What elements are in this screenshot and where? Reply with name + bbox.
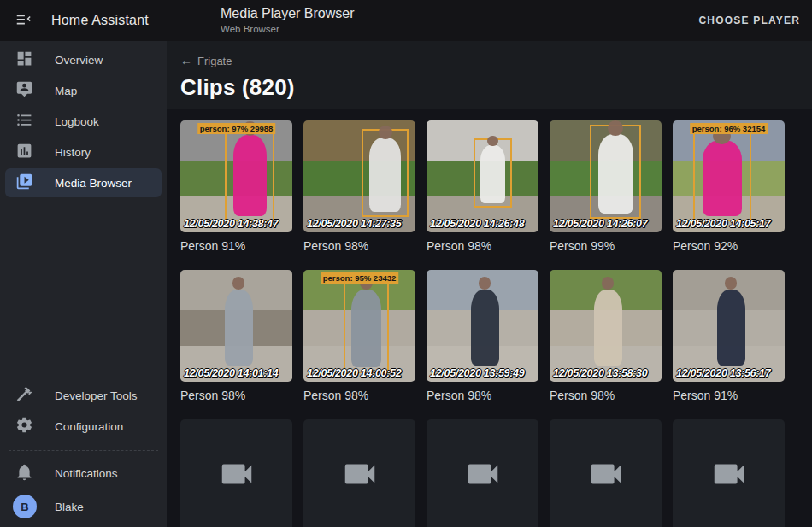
clip-label: Person 98% bbox=[303, 389, 415, 402]
sidebar-spacer bbox=[0, 198, 167, 380]
sidebar: Overview Map Logbook History Media Brows… bbox=[0, 41, 167, 527]
clip-item[interactable]: 12/05/2020 13:58:30 Person 98% bbox=[550, 270, 662, 402]
person-figure bbox=[233, 135, 267, 215]
video-camera-icon bbox=[340, 454, 380, 497]
folder-thumbnail bbox=[303, 419, 415, 527]
sidebar-item-configuration[interactable]: Configuration bbox=[5, 412, 162, 441]
detection-bbox bbox=[586, 281, 629, 371]
folder-thumbnail bbox=[180, 419, 292, 527]
clip-item[interactable]: 12/05/2020 13:56:17 Person 91% bbox=[673, 270, 785, 402]
folder-thumbnail bbox=[427, 419, 538, 527]
clip-thumbnail: person: 95% 23432 12/05/2020 14:00:52 bbox=[303, 270, 415, 382]
sidebar-toggle-button[interactable] bbox=[14, 10, 34, 31]
clip-timestamp: 12/05/2020 13:56:17 bbox=[676, 367, 770, 379]
clip-timestamp: 12/05/2020 14:05:17 bbox=[676, 218, 770, 230]
clips-grid: person: 97% 29988 12/05/2020 14:38:47 Pe… bbox=[167, 109, 812, 527]
video-camera-icon bbox=[217, 454, 256, 497]
media-browser-title: Media Player Browser bbox=[221, 6, 355, 21]
clip-timestamp: 12/05/2020 13:58:30 bbox=[553, 367, 647, 379]
app-title: Home Assistant bbox=[51, 13, 149, 28]
clip-timestamp: 12/05/2020 14:00:52 bbox=[307, 367, 401, 379]
hammer-icon bbox=[15, 385, 33, 407]
clip-item[interactable]: person: 96% 32154 12/05/2020 14:05:17 Pe… bbox=[673, 120, 785, 253]
clip-label: Person 92% bbox=[673, 239, 785, 253]
sidebar-item-notifications[interactable]: Notifications bbox=[5, 459, 162, 488]
detection-label: person: 95% 23432 bbox=[321, 272, 399, 284]
sidebar-item-media-browser[interactable]: Media Browser bbox=[5, 168, 162, 197]
clip-timestamp: 12/05/2020 14:27:35 bbox=[307, 218, 401, 230]
detection-label: person: 96% 32154 bbox=[690, 123, 768, 134]
breadcrumb-back-link[interactable]: ← Frigate bbox=[180, 54, 232, 67]
clip-thumbnail: 12/05/2020 14:26:48 bbox=[427, 120, 538, 232]
detection-bbox bbox=[474, 138, 512, 208]
page-title: Clips (820) bbox=[180, 74, 798, 101]
clip-item[interactable]: 12/05/2020 14:26:07 Person 99% bbox=[550, 120, 662, 253]
folder-item-today[interactable]: Today (164) bbox=[180, 419, 292, 527]
detection-bbox bbox=[709, 281, 752, 371]
clip-label: Person 99% bbox=[550, 239, 662, 253]
topbar-left: Home Assistant bbox=[0, 10, 167, 31]
sidebar-divider bbox=[9, 450, 158, 451]
person-figure bbox=[717, 290, 745, 366]
user-name: Blake bbox=[55, 501, 84, 513]
breadcrumb-label: Frigate bbox=[197, 55, 232, 67]
sidebar-item-history[interactable]: History bbox=[5, 138, 162, 167]
clip-label: Person 98% bbox=[550, 389, 662, 402]
detection-bbox bbox=[225, 126, 274, 221]
media-browser-content: ← Frigate Clips (820) person: 97% 29988 … bbox=[167, 41, 812, 527]
media-browser-subtitle: Web Browser bbox=[221, 24, 355, 35]
clip-item[interactable]: 12/05/2020 14:26:48 Person 98% bbox=[427, 120, 538, 253]
tooltip-account-icon bbox=[15, 80, 33, 102]
sidebar-item-overview[interactable]: Overview bbox=[5, 45, 162, 74]
clip-label: Person 98% bbox=[303, 239, 415, 253]
clip-timestamp: 12/05/2020 13:59:49 bbox=[430, 367, 524, 379]
choose-player-button[interactable]: CHOOSE PLAYER bbox=[698, 15, 800, 26]
clip-label: Person 98% bbox=[427, 389, 538, 402]
person-figure bbox=[369, 138, 401, 211]
clip-item[interactable]: 12/05/2020 14:27:35 Person 98% bbox=[303, 120, 415, 253]
detection-label: person: 97% 29988 bbox=[197, 123, 276, 134]
clip-timestamp: 12/05/2020 14:38:47 bbox=[184, 218, 278, 230]
detection-bbox bbox=[344, 281, 388, 372]
folder-item-this-month[interactable]: This Month (502) bbox=[427, 419, 538, 527]
clip-label: Person 98% bbox=[180, 389, 292, 402]
video-camera-icon bbox=[709, 454, 749, 497]
folder-thumbnail bbox=[550, 419, 662, 527]
folder-thumbnail bbox=[673, 419, 785, 527]
detection-bbox bbox=[463, 281, 506, 371]
clip-item[interactable]: 12/05/2020 14:01:14 Person 98% bbox=[180, 270, 292, 402]
folder-item-last-month[interactable]: Last Month (318) bbox=[550, 419, 662, 527]
detection-bbox bbox=[590, 125, 641, 219]
person-figure bbox=[480, 145, 505, 203]
clip-item[interactable]: person: 95% 23432 12/05/2020 14:00:52 Pe… bbox=[303, 270, 415, 402]
clip-thumbnail: 12/05/2020 14:27:35 bbox=[303, 120, 415, 232]
detection-bbox bbox=[362, 129, 409, 216]
person-figure bbox=[351, 290, 381, 367]
detection-bbox bbox=[217, 281, 260, 371]
clip-item[interactable]: 12/05/2020 13:59:49 Person 98% bbox=[427, 270, 538, 402]
person-figure bbox=[703, 140, 742, 216]
person-figure bbox=[598, 134, 633, 214]
sidebar-item-logbook[interactable]: Logbook bbox=[5, 107, 162, 136]
sidebar-item-map[interactable]: Map bbox=[5, 76, 162, 105]
clip-thumbnail: 12/05/2020 14:26:07 bbox=[550, 120, 662, 232]
sidebar-item-developer-tools[interactable]: Developer Tools bbox=[5, 381, 162, 410]
clip-item[interactable]: person: 97% 29988 12/05/2020 14:38:47 Pe… bbox=[180, 120, 292, 253]
clip-thumbnail: person: 97% 29988 12/05/2020 14:38:47 bbox=[180, 120, 292, 232]
detection-bbox bbox=[693, 132, 751, 221]
clip-thumbnail: person: 96% 32154 12/05/2020 14:05:17 bbox=[673, 120, 785, 232]
clip-thumbnail: 12/05/2020 13:59:49 bbox=[427, 270, 538, 382]
video-camera-icon bbox=[586, 454, 626, 497]
chart-box-icon bbox=[15, 142, 33, 163]
clip-timestamp: 12/05/2020 14:26:48 bbox=[430, 218, 524, 230]
clip-thumbnail: 12/05/2020 13:56:17 bbox=[673, 270, 785, 382]
person-figure bbox=[594, 290, 622, 366]
folder-item-back[interactable]: Back (427) bbox=[673, 419, 785, 527]
person-figure bbox=[471, 290, 499, 366]
sidebar-item-user-profile[interactable]: B Blake bbox=[5, 489, 162, 524]
folder-item-yesterday[interactable]: Yesterday (209) bbox=[303, 419, 415, 527]
clip-thumbnail: 12/05/2020 13:58:30 bbox=[550, 270, 662, 382]
clip-timestamp: 12/05/2020 14:26:07 bbox=[553, 218, 647, 230]
clip-label: Person 98% bbox=[427, 239, 538, 253]
video-camera-icon bbox=[463, 454, 503, 497]
